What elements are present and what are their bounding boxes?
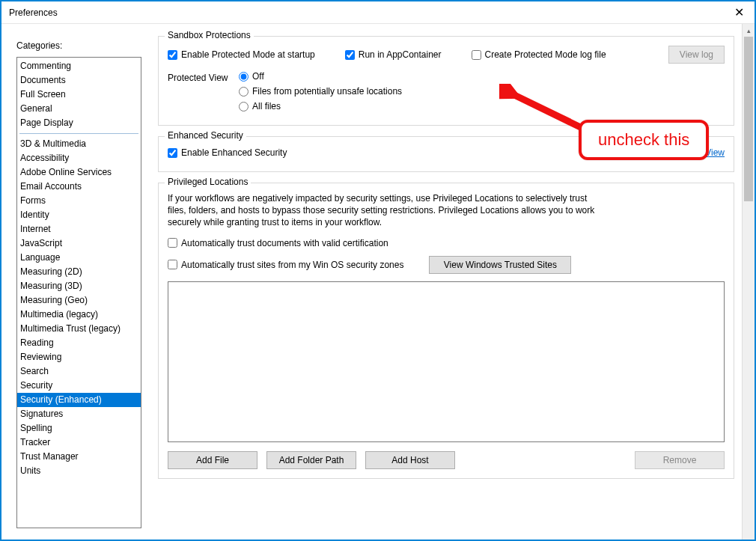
scroll-thumb[interactable] (744, 37, 753, 201)
sidebar-item[interactable]: Multimedia (legacy) (17, 308, 141, 322)
enable-enhanced-label: Enable Enhanced Security (181, 147, 287, 158)
pv-unsafe-label: Files from potentially unsafe locations (252, 86, 402, 97)
sidebar-item[interactable]: Forms (17, 194, 141, 208)
protected-view-label: Protected View (168, 71, 239, 83)
cross-domain-log-label: Cross domain log file (603, 147, 687, 158)
sidebar-item[interactable]: Documents (17, 73, 141, 88)
sandbox-group-title: Sandbox Protections (165, 30, 254, 40)
sidebar-item[interactable]: Tracker (17, 435, 141, 450)
enhanced-right: Cross domain log file View (590, 147, 725, 158)
sidebar-item[interactable]: Measuring (Geo) (17, 293, 141, 308)
enhanced-group-title: Enhanced Security (165, 130, 246, 141)
view-link[interactable]: View (705, 147, 725, 158)
privileged-group-title: Privileged Locations (165, 177, 251, 187)
view-trusted-sites-button[interactable]: View Windows Trusted Sites (429, 256, 571, 274)
pv-unsafe-input[interactable] (239, 87, 249, 97)
add-host-button[interactable]: Add Host (365, 451, 455, 469)
sandbox-protections-group: Sandbox Protections Enable Protected Mod… (158, 36, 734, 126)
sidebar-item[interactable]: Security (Enhanced) (17, 393, 141, 407)
run-appcontainer-input[interactable] (345, 50, 355, 60)
sidebar-item[interactable]: Identity (17, 208, 141, 222)
pv-unsafe-radio[interactable]: Files from potentially unsafe locations (239, 86, 402, 97)
sidebar-item[interactable]: Trust Manager (17, 450, 141, 464)
titlebar: Preferences ✕ (1, 1, 755, 24)
sidebar-item[interactable]: Email Accounts (17, 180, 141, 194)
pv-off-label: Off (252, 71, 264, 82)
sidebar-item[interactable]: Adobe Online Services (17, 165, 141, 180)
sidebar-item[interactable]: Units (17, 464, 141, 478)
create-log-label: Create Protected Mode log file (485, 49, 606, 60)
sidebar-item[interactable]: Page Display (17, 116, 141, 130)
sidebar: Categories: CommentingDocumentsFull Scre… (1, 24, 147, 540)
privileged-locations-group: Privileged Locations If your workflows a… (158, 183, 734, 479)
sidebar-item[interactable]: JavaScript (17, 236, 141, 251)
create-log-checkbox[interactable]: Create Protected Mode log file (472, 49, 606, 60)
sidebar-item[interactable]: Signatures (17, 407, 141, 421)
enhanced-security-group: Enhanced Security Enable Enhanced Securi… (158, 136, 734, 172)
sidebar-item[interactable]: Spelling (17, 421, 141, 435)
cross-domain-log-checkbox[interactable]: Cross domain log file (590, 147, 687, 158)
categories-listbox[interactable]: CommentingDocumentsFull ScreenGeneralPag… (16, 57, 141, 528)
sidebar-item[interactable]: Measuring (3D) (17, 279, 141, 293)
cross-domain-log-input[interactable] (590, 148, 600, 158)
privileged-locations-listbox[interactable] (168, 281, 725, 442)
auto-trust-zones-row: Automatically trust sites from my Win OS… (168, 256, 725, 274)
privileged-buttons-row: Add File Add Folder Path Add Host Remove (168, 451, 725, 469)
protected-view-radios: Off Files from potentially unsafe locati… (239, 71, 402, 116)
window-title: Preferences (9, 7, 58, 18)
auto-trust-cert-row: Automatically trust documents with valid… (168, 238, 725, 248)
enhanced-row: Enable Enhanced Security Cross domain lo… (168, 143, 725, 162)
spacer (464, 451, 626, 469)
sidebar-item[interactable]: 3D & Multimedia (17, 137, 141, 151)
protected-view-row: Protected View Off Files from potentiall… (168, 71, 725, 116)
auto-trust-zones-input[interactable] (168, 260, 177, 269)
sidebar-item[interactable]: General (17, 102, 141, 116)
sidebar-item[interactable]: Accessibility (17, 151, 141, 165)
settings-content: Sandbox Protections Enable Protected Mod… (158, 36, 734, 479)
settings-panel: Sandbox Protections Enable Protected Mod… (147, 24, 755, 540)
vertical-scrollbar[interactable]: ▴ (742, 24, 755, 540)
auto-trust-cert-checkbox[interactable]: Automatically trust documents with valid… (168, 238, 388, 248)
sidebar-item[interactable]: Internet (17, 222, 141, 236)
run-appcontainer-checkbox[interactable]: Run in AppContainer (345, 49, 442, 60)
add-folder-path-button[interactable]: Add Folder Path (266, 451, 356, 469)
close-icon[interactable]: ✕ (731, 5, 747, 19)
enable-enhanced-input[interactable] (168, 148, 177, 158)
sidebar-item[interactable]: Search (17, 364, 141, 379)
privileged-description: If your workflows are negatively impacte… (168, 192, 602, 229)
auto-trust-cert-input[interactable] (168, 238, 177, 248)
sidebar-item[interactable]: Language (17, 251, 141, 265)
sidebar-separator (19, 133, 138, 134)
run-appcontainer-label: Run in AppContainer (359, 49, 442, 60)
add-file-button[interactable]: Add File (168, 451, 257, 469)
window-body: Categories: CommentingDocumentsFull Scre… (1, 24, 755, 540)
pv-off-radio[interactable]: Off (239, 71, 402, 82)
enable-protected-mode-input[interactable] (168, 50, 177, 60)
preferences-window: Preferences ✕ Categories: CommentingDocu… (0, 0, 756, 541)
sidebar-item[interactable]: Commenting (17, 59, 141, 73)
view-log-button: View log (668, 46, 725, 64)
sidebar-item[interactable]: Full Screen (17, 88, 141, 102)
pv-all-input[interactable] (239, 102, 249, 111)
pv-off-input[interactable] (239, 72, 249, 82)
auto-trust-cert-label: Automatically trust documents with valid… (181, 238, 388, 248)
sidebar-item[interactable]: Measuring (2D) (17, 265, 141, 279)
sidebar-item[interactable]: Reading (17, 336, 141, 350)
auto-trust-zones-label: Automatically trust sites from my Win OS… (181, 260, 403, 270)
create-log-input[interactable] (472, 50, 481, 60)
sidebar-item[interactable]: Multimedia Trust (legacy) (17, 322, 141, 336)
sidebar-item[interactable]: Reviewing (17, 350, 141, 364)
enable-protected-mode-checkbox[interactable]: Enable Protected Mode at startup (168, 49, 315, 60)
sidebar-item[interactable]: Security (17, 379, 141, 393)
scroll-up-arrow-icon[interactable]: ▴ (743, 24, 755, 37)
pv-all-label: All files (252, 101, 281, 111)
categories-label: Categories: (16, 40, 141, 51)
pv-all-radio[interactable]: All files (239, 101, 402, 111)
enable-enhanced-checkbox[interactable]: Enable Enhanced Security (168, 147, 287, 158)
auto-trust-zones-checkbox[interactable]: Automatically trust sites from my Win OS… (168, 260, 403, 270)
enable-protected-mode-label: Enable Protected Mode at startup (181, 49, 315, 60)
sandbox-row-1: Enable Protected Mode at startup Run in … (168, 43, 725, 71)
remove-button: Remove (635, 451, 725, 469)
